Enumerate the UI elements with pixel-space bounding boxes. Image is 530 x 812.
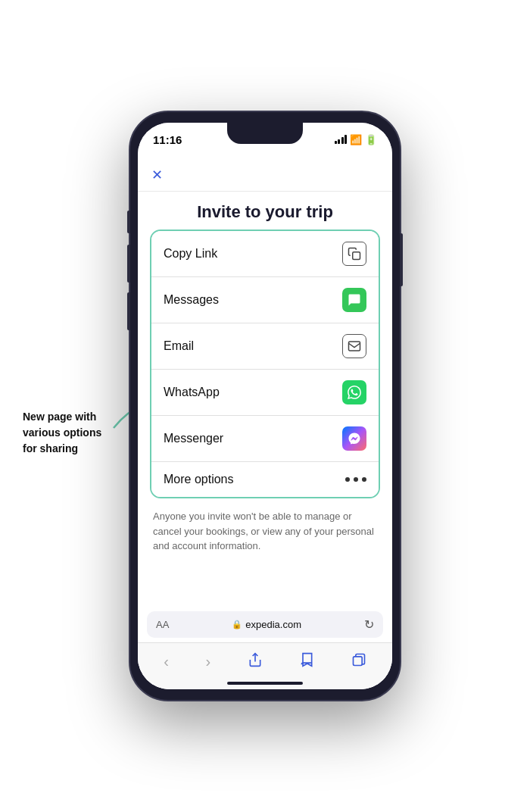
- status-icons: 📶 🔋: [335, 134, 378, 145]
- browser-bar: AA 🔒 expedia.com ↻ ‹ ›: [138, 607, 392, 689]
- svg-rect-0: [353, 252, 360, 260]
- share-options-container: Copy Link Messages: [150, 230, 380, 498]
- messages-option[interactable]: Messages: [151, 277, 379, 323]
- scene: New page with various options for sharin…: [0, 0, 530, 812]
- annotation-text: New page with various options for sharin…: [23, 409, 121, 457]
- close-button[interactable]: ✕: [151, 167, 163, 183]
- more-options-icon: [345, 477, 366, 482]
- whatsapp-label: WhatsApp: [164, 386, 220, 399]
- messenger-label: Messenger: [164, 432, 223, 445]
- messenger-option[interactable]: Messenger: [151, 416, 379, 462]
- svg-rect-1: [349, 342, 360, 351]
- volume-down-button: [127, 292, 130, 330]
- mute-button: [127, 211, 130, 233]
- more-options-option[interactable]: More options: [151, 462, 379, 497]
- volume-up-button: [127, 245, 130, 283]
- battery-icon: 🔋: [365, 134, 377, 145]
- sheet-header: ✕: [138, 156, 392, 192]
- whatsapp-icon: [342, 380, 366, 404]
- more-options-label: More options: [164, 473, 234, 486]
- whatsapp-option[interactable]: WhatsApp: [151, 370, 379, 416]
- status-time: 11:16: [153, 133, 182, 146]
- aa-label[interactable]: AA: [156, 619, 169, 630]
- email-label: Email: [164, 339, 194, 353]
- phone-screen: 11:16 📶 🔋 ✕: [138, 123, 392, 689]
- messages-label: Messages: [164, 293, 219, 307]
- lock-icon: 🔒: [232, 620, 242, 629]
- screen-content: ✕ Invite to your trip Copy Link: [138, 156, 392, 689]
- home-indicator: [227, 682, 303, 685]
- email-option[interactable]: Email: [151, 323, 379, 370]
- disclaimer-text: Anyone you invite won't be able to manag…: [138, 498, 392, 564]
- status-bar: 11:16 📶 🔋: [138, 123, 392, 156]
- wifi-icon: 📶: [350, 134, 362, 145]
- svg-rect-3: [353, 657, 362, 666]
- power-button: [400, 233, 403, 286]
- copy-link-label: Copy Link: [164, 247, 217, 261]
- reload-icon[interactable]: ↻: [364, 617, 374, 632]
- forward-button[interactable]: ›: [199, 650, 217, 673]
- address-bar[interactable]: AA 🔒 expedia.com ↻: [147, 611, 383, 638]
- url-text: expedia.com: [245, 619, 301, 630]
- back-button[interactable]: ‹: [157, 650, 175, 673]
- tabs-button[interactable]: [345, 649, 373, 674]
- phone-shell: 11:16 📶 🔋 ✕: [129, 111, 401, 701]
- bookmarks-button[interactable]: [293, 649, 320, 674]
- share-button[interactable]: [242, 649, 269, 674]
- url-display: 🔒 expedia.com: [232, 619, 301, 630]
- sheet-title: Invite to your trip: [138, 192, 392, 230]
- copy-link-option[interactable]: Copy Link: [151, 231, 379, 277]
- notch: [227, 123, 303, 144]
- annotation: New page with various options for sharin…: [23, 409, 121, 457]
- email-icon: [342, 334, 366, 358]
- signal-icon: [335, 135, 348, 144]
- copy-link-icon: [342, 242, 366, 266]
- messages-icon: [342, 288, 366, 312]
- messenger-icon: [342, 426, 366, 451]
